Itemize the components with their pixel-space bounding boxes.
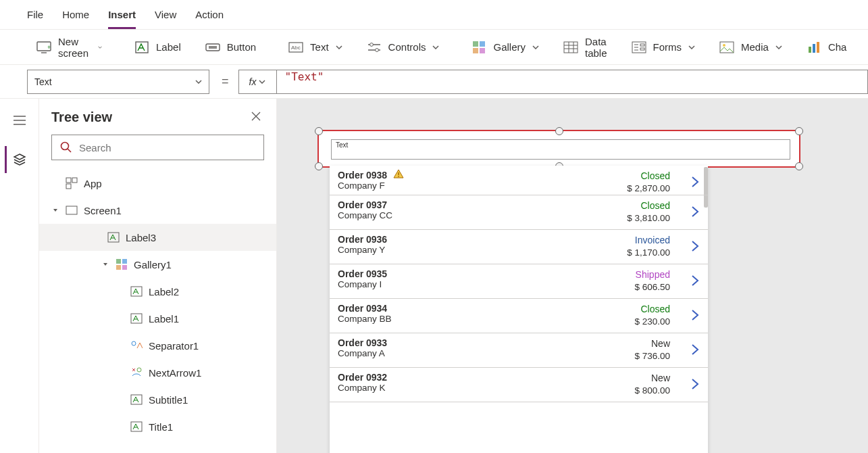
insert-label-button[interactable]: Label	[122, 30, 193, 64]
next-arrow-icon[interactable]	[690, 377, 700, 391]
tree-node-separator1[interactable]: Separator1	[39, 332, 276, 359]
resize-handle[interactable]	[315, 162, 323, 170]
svg-rect-19	[809, 47, 811, 53]
next-arrow-icon[interactable]	[690, 274, 700, 287]
svg-point-35	[137, 368, 141, 372]
resize-handle[interactable]	[315, 127, 323, 135]
tree-node-label: Label1	[149, 313, 179, 325]
svg-rect-33	[131, 314, 142, 323]
next-arrow-icon[interactable]	[690, 175, 700, 189]
svg-rect-32	[131, 287, 142, 296]
canvas-gallery1[interactable]: Order 0938Company FClosed$ 2,870.00Order…	[330, 166, 708, 453]
svg-point-34	[132, 341, 136, 345]
insert-label-text: Label	[156, 41, 181, 53]
tree-list: App Screen1 Label3	[39, 170, 276, 453]
menu-tabs: File Home Insert View Action	[0, 0, 868, 30]
tree-view-button[interactable]	[5, 146, 32, 173]
next-arrow-icon[interactable]	[690, 308, 700, 322]
tree-node-screen1[interactable]: Screen1	[39, 197, 276, 224]
tree-node-label2[interactable]: Label2	[39, 278, 276, 305]
insert-gallery-button[interactable]: Gallery	[459, 30, 551, 64]
tree-node-label3[interactable]: Label3	[39, 224, 276, 251]
gallery-row[interactable]: Order 0936Company YInvoiced$ 1,170.00	[330, 230, 708, 264]
new-screen-button[interactable]: + New screen	[24, 30, 114, 64]
main-area: Tree view App	[0, 99, 868, 453]
screen-icon: +	[36, 40, 51, 55]
status-label: New	[651, 338, 670, 349]
gallery-row[interactable]: Order 0935Company IShipped$ 606.50	[330, 264, 708, 299]
label-icon	[130, 393, 143, 406]
insert-datatable-button[interactable]: Data table	[551, 30, 619, 64]
svg-rect-11	[473, 48, 478, 53]
insert-button-button[interactable]: Button	[193, 30, 268, 64]
svg-rect-29	[122, 259, 127, 264]
resize-handle[interactable]	[555, 127, 563, 135]
insert-datatable-label: Data table	[585, 36, 607, 59]
svg-rect-13	[564, 42, 578, 53]
status-label: Closed	[640, 200, 670, 211]
svg-point-18	[723, 44, 725, 47]
tree-search[interactable]	[51, 135, 264, 160]
resize-handle[interactable]	[795, 162, 803, 170]
gallery-row[interactable]: Order 0938Company FClosed$ 2,870.00	[330, 166, 708, 195]
tree-node-nextarrow1[interactable]: NextArrow1	[39, 359, 276, 386]
canvas[interactable]: Text Order 0938Company FClosed$ 2,870.00…	[277, 99, 868, 453]
forms-icon	[632, 40, 646, 55]
insert-controls-button[interactable]: Controls	[355, 30, 452, 64]
insert-charts-button[interactable]: Cha	[794, 30, 859, 64]
text-icon: Abc	[288, 40, 303, 55]
gallery-icon	[471, 40, 486, 55]
svg-rect-36	[131, 395, 142, 404]
gallery-row[interactable]: Order 0934Company BBClosed$ 230.00	[330, 299, 708, 333]
tree-node-label1[interactable]: Label1	[39, 305, 276, 332]
price-label: $ 736.00	[634, 351, 670, 361]
price-label: $ 230.00	[634, 316, 670, 327]
svg-rect-23	[66, 178, 71, 183]
svg-rect-25	[66, 184, 71, 189]
status-label: Shipped	[636, 269, 670, 280]
insert-forms-button[interactable]: Forms	[619, 30, 708, 64]
expand-caret[interactable]	[101, 261, 109, 268]
tree-node-label: Label3	[126, 232, 156, 243]
warning-icon	[393, 169, 404, 178]
chevron-down-icon	[259, 80, 265, 84]
svg-rect-31	[122, 265, 127, 270]
tree-node-subtitle1[interactable]: Subtitle1	[39, 386, 276, 413]
data-table-icon	[563, 40, 578, 55]
formula-input[interactable]: "Text"	[276, 70, 868, 94]
resize-handle[interactable]	[795, 127, 803, 135]
fx-button[interactable]: fx	[238, 70, 276, 94]
svg-rect-2	[136, 42, 148, 53]
tab-file[interactable]: File	[27, 2, 43, 27]
tab-action[interactable]: Action	[195, 2, 224, 27]
tab-home[interactable]: Home	[62, 2, 89, 27]
gallery-row[interactable]: Order 0933Company ANew$ 736.00	[330, 333, 708, 368]
tree-node-title1[interactable]: Title1	[39, 413, 276, 440]
tab-view[interactable]: View	[155, 2, 176, 27]
next-arrow-icon[interactable]	[690, 205, 700, 218]
search-icon	[60, 141, 72, 153]
insert-gallery-label: Gallery	[493, 41, 526, 53]
order-title: Order 0933	[338, 337, 700, 348]
property-dropdown[interactable]: Text	[27, 70, 209, 94]
search-input[interactable]	[79, 142, 255, 153]
expand-caret[interactable]	[51, 207, 59, 214]
svg-rect-27	[108, 233, 119, 242]
insert-media-button[interactable]: Media	[707, 30, 794, 64]
gallery-row[interactable]: Order 0937Company CCClosed$ 3,810.00	[330, 195, 708, 230]
gallery-row[interactable]: Order 0932Company KNew$ 800.00	[330, 368, 708, 402]
separator-icon	[130, 339, 143, 352]
insert-text-button[interactable]: Abc Text	[276, 30, 355, 64]
tree-node-app[interactable]: App	[39, 170, 276, 197]
hamburger-button[interactable]	[6, 107, 33, 134]
close-button[interactable]	[251, 111, 264, 124]
price-label: $ 800.00	[634, 385, 670, 396]
label-icon	[107, 231, 120, 244]
tree-node-gallery1[interactable]: Gallery1	[39, 251, 276, 278]
next-arrow-icon[interactable]	[690, 239, 700, 253]
order-title: Order 0932	[338, 372, 700, 383]
next-arrow-icon[interactable]	[690, 343, 700, 356]
canvas-label3[interactable]: Text	[331, 139, 790, 160]
new-screen-label: New screen	[58, 36, 91, 59]
tab-insert[interactable]: Insert	[108, 2, 136, 29]
